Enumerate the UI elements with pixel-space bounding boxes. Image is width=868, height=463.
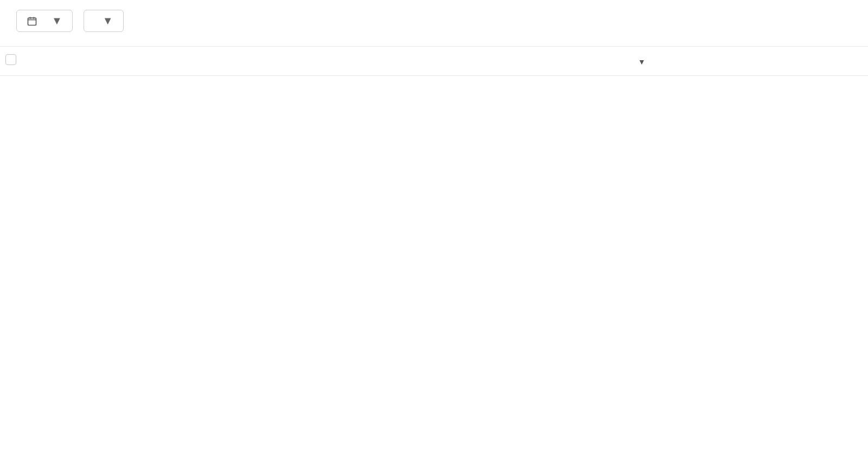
keywords-table: ▼ [0, 46, 868, 76]
col-header-paid-org[interactable] [512, 47, 596, 76]
toolbar: ▼ ▼ [0, 0, 868, 46]
caret-down-icon: ▼ [103, 15, 113, 27]
sort-desc-icon: ▼ [638, 57, 646, 66]
col-header-checkbox[interactable] [0, 47, 22, 76]
col-header-volume[interactable] [356, 47, 417, 76]
col-header-ad[interactable] [323, 47, 356, 76]
date-picker-button[interactable]: ▼ [16, 10, 73, 32]
col-header-kd[interactable] [417, 47, 456, 76]
col-header-keyword[interactable] [22, 47, 323, 76]
col-header-cpc[interactable] [456, 47, 512, 76]
col-header-position[interactable] [707, 47, 818, 76]
select-all-checkbox[interactable] [5, 54, 16, 65]
col-header-change[interactable] [651, 47, 707, 76]
svg-rect-0 [28, 18, 36, 25]
calendar-icon [27, 16, 37, 27]
caret-down-icon: ▼ [52, 15, 62, 27]
compare-date-button[interactable]: ▼ [84, 10, 124, 32]
col-header-traffic[interactable]: ▼ [595, 47, 651, 76]
